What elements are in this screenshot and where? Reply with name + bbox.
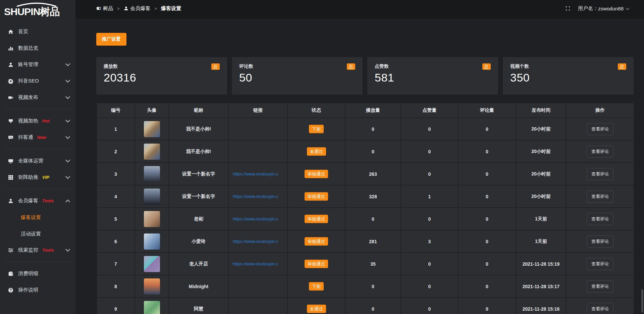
sidebar-item[interactable]: 抖客通New [0,129,75,146]
sidebar-item[interactable]: 会员爆客Tools [0,193,75,209]
cell-comments: 0 [458,140,516,163]
cell-id: 7 [97,253,135,275]
cell-time: 1天前 [516,230,566,253]
view-comments-button[interactable]: 查看评论 [587,235,613,248]
chevron-down-icon [65,247,70,252]
sidebar-item[interactable]: 视频发布 [0,89,75,106]
video-link[interactable]: https://www.iesdouyin.c [229,194,287,199]
cell-action: 查看评论 [566,208,634,230]
promo-settings-button[interactable]: 推广设置 [96,33,126,46]
monitor-icon [8,158,13,164]
cell-nickname: 小爱玲 [169,230,228,253]
video-link[interactable]: https://www.iesdouyin.c [229,171,287,176]
table-row: 9阿慧未通过0002021-11-28 15:16查看评论 [97,298,634,314]
sidebar-item-label: 抖客通 [18,134,33,141]
sidebar-item-label: 视频加热 [18,118,38,124]
cell-id: 2 [97,140,135,163]
view-comments-button[interactable]: 查看评论 [587,191,613,203]
cell-plays: 0 [345,275,401,298]
video-link[interactable]: https://www.iesdouyin.c [229,239,287,244]
sidebar-item[interactable]: 全媒体运营 [0,153,75,169]
sidebar: SHUPIN树品 首页数据总览账号管理抖音SEO视频发布视频加热Hot抖客通Ne… [0,0,75,314]
sidebar-item-label: 矩阵助推 [18,174,38,180]
view-comments-button[interactable]: 查看评论 [587,123,613,135]
cell-link: https://www.iesdouyin.c [228,230,287,253]
stat-total-badge: 总 [618,63,626,70]
cell-time: 20小时前 [516,163,566,185]
cell-link [228,118,287,140]
view-comments-button[interactable]: 查看评论 [587,280,613,293]
sidebar-item-label: 操作说明 [18,287,38,293]
view-comments-button[interactable]: 查看评论 [587,303,613,314]
brand-logo[interactable]: SHUPIN树品 [0,0,75,23]
status-badge: 审核通过 [305,237,328,246]
sidebar-subitem[interactable]: 爆客设置 [0,209,75,225]
breadcrumb: 树品 > 会员爆客 > 爆客设置 [96,5,181,12]
home-icon [8,29,13,35]
cell-action: 查看评论 [566,298,634,314]
video-table: 编号头像昵称链接状态播放量点赞量评论量发布时间操作 1我不是小帅!下架00020… [96,103,634,314]
sidebar-item[interactable]: 视频加热Hot [0,113,75,129]
sidebar-item[interactable]: 矩阵助推VIP [0,169,75,186]
cell-id: 5 [97,208,135,230]
stat-card: 点赞数总581 [367,57,498,95]
cell-avatar [135,163,169,185]
sidebar-item[interactable]: 数据总览 [0,40,75,56]
menu-tag: VIP [42,175,49,180]
status-badge: 下架 [309,282,324,291]
fullscreen-icon[interactable] [565,6,571,11]
sidebar-item[interactable]: 首页 [0,23,75,40]
chart-icon [8,46,13,51]
avatar [144,121,160,137]
breadcrumb-item-current: 爆客设置 [161,5,181,12]
sidebar-item[interactable]: 账号管理 [0,56,75,73]
video-link[interactable]: https://www.iesdouyin.c [229,261,287,266]
cell-plays: 35 [345,253,401,275]
cell-status: 下架 [287,118,345,140]
cell-id: 6 [97,230,135,253]
video-icon [8,95,13,100]
table-body: 1我不是小帅!下架00020小时前查看评论2我不是小帅!未通过00020小时前查… [97,118,634,314]
breadcrumb-item-member[interactable]: 会员爆客 [124,5,151,12]
view-comments-button[interactable]: 查看评论 [587,258,613,270]
user-menu[interactable]: 用户名： zswodun88 [578,5,629,12]
view-comments-button[interactable]: 查看评论 [587,213,613,225]
table-row: 2我不是小帅!未通过00020小时前查看评论 [97,140,634,163]
cell-avatar [135,140,169,163]
cell-time: 2021-11-28 15:16 [516,298,566,314]
menu-tag: Tools [42,198,54,203]
stat-total-badge: 总 [211,63,220,70]
column-header: 头像 [135,103,169,118]
sidebar-subitem[interactable]: 活动设置 [0,225,75,242]
logo-text: SHUPIN树品 [4,7,75,17]
sidebar-item[interactable]: 消费明细 [0,265,75,282]
sidebar-item-label: 消费明细 [18,270,38,277]
grid-icon [8,175,13,180]
cell-id: 3 [97,163,135,185]
cell-likes: 1 [401,185,458,208]
sidebar-item[interactable]: 线索监控Tools [0,242,75,258]
cell-action: 查看评论 [566,163,634,185]
cell-avatar [135,275,169,298]
scrollbar-thumb[interactable] [641,289,643,313]
breadcrumb-item-shupin[interactable]: 树品 [96,5,113,12]
column-header: 编号 [97,103,135,118]
cell-plays: 263 [345,163,401,185]
table-row: 5老彬https://www.iesdouyin.c审核通过0001天前查看评论 [97,208,634,230]
sidebar-item[interactable]: 操作说明 [0,282,75,298]
view-comments-button[interactable]: 查看评论 [587,168,613,180]
view-comments-button[interactable]: 查看评论 [587,146,613,158]
sidebar-item[interactable]: 抖音SEO [0,73,75,89]
video-link[interactable]: https://www.iesdouyin.c [229,216,287,221]
breadcrumb-label: 树品 [103,5,113,12]
menu-tag: Hot [42,118,50,123]
cell-action: 查看评论 [566,118,634,140]
cell-likes: 0 [401,298,458,314]
stat-label: 评论数 [239,63,253,69]
column-header: 发布时间 [516,103,566,118]
user-icon [124,6,128,11]
table-row: 8Midnight下架0002021-11-28 15:17查看评论 [97,275,634,298]
sidebar-item-label: 首页 [18,29,28,35]
cell-status: 审核通过 [287,185,345,208]
cell-plays: 328 [345,185,401,208]
